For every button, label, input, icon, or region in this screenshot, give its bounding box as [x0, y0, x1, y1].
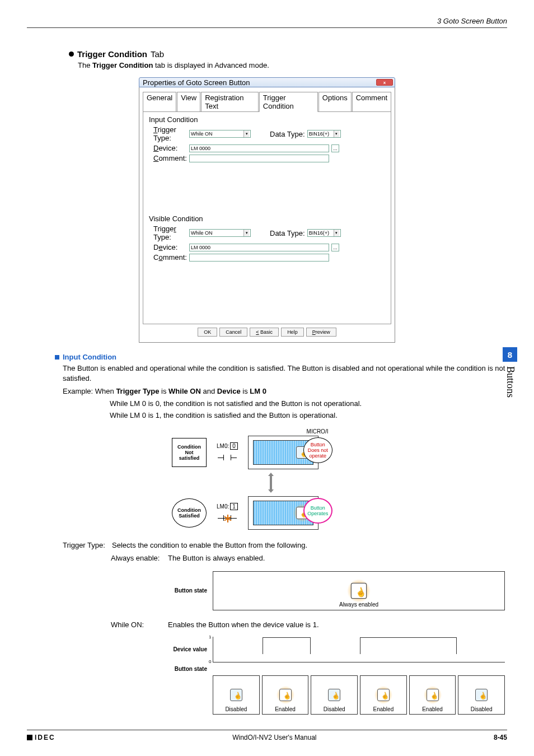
- help-button[interactable]: Help: [281, 328, 304, 337]
- header-right: 3 Goto Screen Button: [437, 17, 507, 25]
- chevron-down-icon: ▾: [334, 130, 339, 137]
- input-condition-example: Example: When Trigger Type is While ON a…: [63, 386, 507, 396]
- svg-marker-0: [268, 473, 274, 493]
- trigger-type-desc: Trigger Type: Selects the condition to e…: [63, 541, 507, 549]
- bullet-icon: [69, 52, 74, 57]
- label-comment: Comment:: [153, 154, 187, 162]
- basic-button[interactable]: < Basic: [250, 328, 279, 337]
- group-visible-condition: Visible Condition: [149, 214, 387, 223]
- label-trigger-type: Trigger Type:: [153, 125, 187, 142]
- button-state-label-2: Button state: [163, 666, 213, 672]
- select-trigger-type[interactable]: While ON▾: [189, 130, 251, 138]
- chevron-down-icon: ▾: [334, 230, 339, 236]
- tab-general[interactable]: General: [143, 92, 176, 112]
- condition-satisfied-ellipse: ConditionSatisfied: [172, 498, 207, 528]
- input-comment[interactable]: [189, 155, 329, 162]
- section-title-bold: Trigger Condition: [77, 49, 147, 59]
- dialog-title: Properties of Goto Screen Button: [143, 78, 250, 87]
- close-icon[interactable]: x: [376, 79, 393, 86]
- state-grid: ☝Disabled ☝Enabled ☝Disabled ☝Enabled ☝E…: [213, 675, 505, 715]
- section-subline: The Trigger Condition tab is displayed i…: [78, 61, 507, 69]
- condition-not-satisfied-box: ConditionNotsatisfied: [172, 438, 207, 467]
- chevron-down-icon: ▾: [243, 130, 249, 137]
- input-condition-p1: The Button is enabled and operational wh…: [63, 363, 507, 383]
- tab-trigger-condition[interactable]: Trigger Condition: [259, 92, 318, 112]
- input-device-2[interactable]: LM 0000: [189, 244, 329, 251]
- section-title-rest: Tab: [151, 49, 164, 59]
- always-enable-desc: Always enable: The Button is always enab…: [111, 554, 507, 562]
- label-trigger-type-2: Trigger Type:: [153, 225, 187, 241]
- select-data-type-2[interactable]: BIN16(+)▾: [307, 229, 341, 237]
- browse-button-2[interactable]: ...: [331, 244, 339, 251]
- label-device-2: Device:: [153, 243, 187, 251]
- label-comment-2: Comment:: [153, 253, 187, 262]
- chevron-down-icon: ▾: [243, 230, 249, 236]
- timing-axis: 1 0: [213, 637, 505, 662]
- tab-comment[interactable]: Comment: [352, 92, 391, 112]
- ok-button[interactable]: OK: [198, 328, 217, 337]
- label-device: Device:: [153, 144, 187, 152]
- label-data-type-2: Data Type:: [270, 229, 305, 237]
- button-state-label: Button state: [163, 587, 213, 594]
- footer-center: WindO/I-NV2 User's Manual: [232, 734, 316, 741]
- bubble-operates: ButtonOperates: [303, 498, 332, 524]
- input-device[interactable]: LM 0000: [189, 144, 329, 152]
- cancel-button[interactable]: Cancel: [219, 328, 247, 337]
- example-line-1: While LM 0 is 0, the condition is not sa…: [110, 399, 507, 409]
- page-number: 8-45: [494, 734, 507, 741]
- always-enabled-box: ☝ Always enabled: [213, 571, 505, 610]
- example-line-2: While LM 0 is 1, the condition is satisf…: [110, 410, 507, 421]
- group-input-condition: Input Condition: [149, 115, 387, 124]
- brand-logo: IDEC: [27, 734, 55, 741]
- input-condition-head: Input Condition: [63, 353, 116, 361]
- tab-registration-text[interactable]: Registration Text: [201, 92, 259, 112]
- dialog-screenshot: Properties of Goto Screen Button x Gener…: [139, 77, 395, 343]
- input-comment-2[interactable]: [189, 254, 329, 262]
- preview-button[interactable]: Preview: [306, 328, 336, 337]
- device-value-label: Device value: [163, 646, 213, 652]
- select-data-type[interactable]: BIN16(+)▾: [307, 130, 341, 138]
- while-on-desc: While ON: Enables the Button when the de…: [111, 620, 507, 629]
- bubble-no-operate: ButtonDoes notoperate: [303, 437, 332, 463]
- tab-view[interactable]: View: [177, 92, 200, 112]
- browse-button[interactable]: ...: [331, 144, 339, 152]
- tab-options[interactable]: Options: [318, 92, 352, 112]
- side-tab: 8 Buttons: [503, 347, 517, 398]
- label-data-type: Data Type:: [270, 130, 305, 138]
- condition-diagram: MICRO/I ConditionNotsatisfied LM0:0 ☝ Bu…: [172, 428, 362, 530]
- square-icon: [55, 355, 59, 360]
- select-trigger-type-2[interactable]: While ON▾: [189, 229, 251, 237]
